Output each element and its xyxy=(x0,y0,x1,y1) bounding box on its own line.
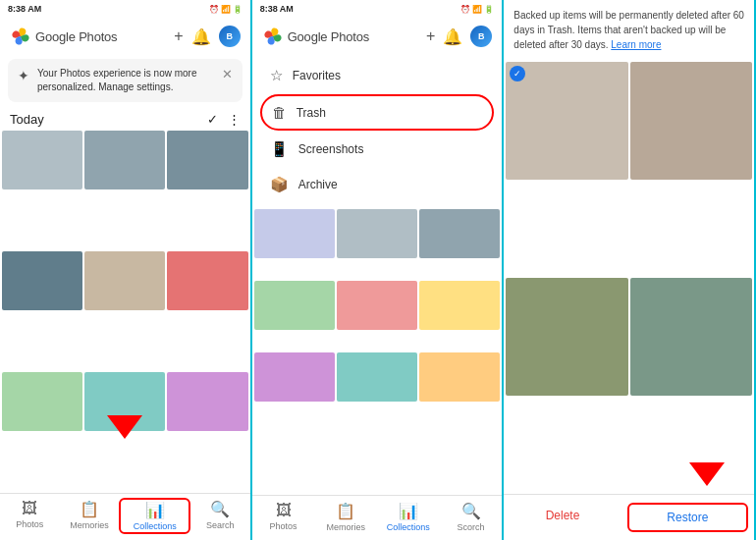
p2-grid-cell xyxy=(419,352,500,402)
collection-archive[interactable]: 📦 Archive xyxy=(260,168,495,201)
learn-more-link[interactable]: Learn more xyxy=(611,39,661,50)
photos-nav-label-1: Photos xyxy=(16,519,43,529)
battery-icon-2: 🔋 xyxy=(484,5,494,14)
sparkle-icon: ✦ xyxy=(18,68,29,83)
section-header-1: Today ✓ ⋮ xyxy=(0,106,250,129)
memories-nav-label-2: Memories xyxy=(326,522,365,532)
nav-search-1[interactable]: 🔍 Search xyxy=(190,498,250,534)
trash-photo-cell[interactable] xyxy=(506,278,627,396)
grid-cell[interactable] xyxy=(2,251,82,310)
banner-text-1: Your Photos experience is now more perso… xyxy=(37,67,214,94)
banner-close-1[interactable]: ✕ xyxy=(222,67,233,81)
trash-photo-cell[interactable] xyxy=(630,278,752,396)
bottom-actions-3: Delete Restore xyxy=(504,494,754,540)
nav-photos-1[interactable]: 🖼 Photos xyxy=(0,498,60,534)
arrow-down-icon-3 xyxy=(689,462,725,486)
delete-button[interactable]: Delete xyxy=(504,503,621,532)
bell-icon-1[interactable]: 🔔 xyxy=(191,27,211,46)
header-actions-1: + 🔔 B xyxy=(174,26,240,47)
pinwheel-icon xyxy=(10,26,31,47)
trash-photo-cell[interactable] xyxy=(630,62,752,180)
arrow-down-icon-1 xyxy=(107,415,142,439)
scorch-nav-label-2: Scorch xyxy=(458,522,485,532)
section-actions-1: ✓ ⋮ xyxy=(207,112,241,127)
battery-icon: 🔋 xyxy=(233,5,243,14)
info-text-3: Backed up items will be permanently dele… xyxy=(504,0,754,60)
trash-photo-cell[interactable]: ✓ xyxy=(506,62,627,180)
bell-icon-2[interactable]: 🔔 xyxy=(443,27,462,46)
p2-grid-cell xyxy=(419,423,500,472)
nav-photos-2[interactable]: 🖼 Photos xyxy=(252,500,315,534)
collections-nav-label-1: Collections xyxy=(134,521,177,531)
grid-cell[interactable] xyxy=(84,251,165,310)
status-icons-2: ⏰ 📶 🔋 xyxy=(460,5,494,14)
avatar-1[interactable]: B xyxy=(219,26,241,47)
arrow-indicator-3 xyxy=(689,462,725,486)
logo-2: Google Photos xyxy=(262,26,369,47)
panel2-photo-grid xyxy=(252,207,503,495)
grid-cell[interactable] xyxy=(84,131,165,189)
wifi-icon-2: 📶 xyxy=(472,5,482,14)
favorites-label: Favorites xyxy=(293,69,341,82)
panel-3: Backed up items will be permanently dele… xyxy=(504,0,756,540)
collection-favorites[interactable]: ☆ Favorites xyxy=(260,59,495,92)
archive-label: Archive xyxy=(298,178,338,191)
panel-1: 8:38 AM ⏰ 📶 🔋 Google Photos + 🔔 B ✦ Your… xyxy=(0,0,252,540)
grid-cell[interactable] xyxy=(167,372,247,431)
bottom-nav-2: 🖼 Photos 📋 Memories 📊 Collections 🔍 Scor… xyxy=(252,495,503,540)
memories-nav-icon-2: 📋 xyxy=(336,502,355,520)
arrow-indicator-1 xyxy=(107,415,142,439)
status-bar-1: 8:38 AM ⏰ 📶 🔋 xyxy=(0,0,250,18)
grid-cell[interactable] xyxy=(2,131,82,189)
grid-cell[interactable] xyxy=(2,372,82,431)
check-circle-icon[interactable]: ✓ xyxy=(207,112,218,127)
photos-nav-icon-2: 🖼 xyxy=(276,502,292,519)
p2-grid-cell xyxy=(337,209,417,258)
add-icon-1[interactable]: + xyxy=(174,27,183,45)
bottom-nav-1: 🖼 Photos 📋 Memories 📊 Collections 🔍 Sear… xyxy=(0,493,250,540)
alarm-icon-2: ⏰ xyxy=(460,5,470,14)
p2-grid-cell xyxy=(337,352,417,402)
p2-grid-cell xyxy=(254,281,335,330)
add-icon-2[interactable]: + xyxy=(426,27,435,45)
avatar-2[interactable]: B xyxy=(470,26,492,47)
app-header-1: Google Photos + 🔔 B xyxy=(0,18,250,55)
status-bar-2: 8:38 AM ⏰ 📶 🔋 xyxy=(252,0,503,18)
header-actions-2: + 🔔 B xyxy=(426,26,492,47)
collection-trash[interactable]: 🗑 Trash xyxy=(260,94,495,131)
more-options-icon[interactable]: ⋮ xyxy=(228,112,241,127)
favorites-icon: ☆ xyxy=(270,67,283,84)
archive-icon: 📦 xyxy=(270,176,289,193)
nav-collections-2[interactable]: 📊 Collections xyxy=(377,500,440,534)
collection-screenshots[interactable]: 📱 Screenshots xyxy=(260,133,495,166)
screenshots-icon: 📱 xyxy=(270,140,289,158)
logo-1: Google Photos xyxy=(10,26,117,47)
nav-scorch-2[interactable]: 🔍 Scorch xyxy=(440,500,503,534)
grid-cell[interactable] xyxy=(167,251,247,310)
p2-grid-cell xyxy=(419,281,500,330)
collections-nav-icon-2: 📊 xyxy=(399,502,418,520)
alarm-icon: ⏰ xyxy=(209,5,219,14)
memories-nav-icon-1: 📋 xyxy=(80,500,99,518)
p2-grid-cell xyxy=(254,209,335,258)
memories-nav-label-1: Memories xyxy=(70,520,109,530)
collections-nav-icon-1: 📊 xyxy=(145,501,165,519)
grid-cell[interactable] xyxy=(167,131,247,189)
p2-grid-cell xyxy=(254,423,335,472)
nav-memories-2[interactable]: 📋 Memories xyxy=(314,500,377,534)
nav-collections-1[interactable]: 📊 Collections xyxy=(119,498,190,534)
trash-photos-grid: ✓ xyxy=(504,60,754,494)
wifi-icon: 📶 xyxy=(221,5,231,14)
photo-grid-1 xyxy=(0,129,250,493)
pinwheel-icon-2 xyxy=(262,26,284,47)
restore-button[interactable]: Restore xyxy=(627,503,748,532)
check-badge: ✓ xyxy=(510,66,525,81)
scorch-nav-icon-2: 🔍 xyxy=(461,502,481,520)
search-nav-label-1: Search xyxy=(206,520,235,530)
app-title-2: Google Photos xyxy=(288,29,369,44)
app-title-1: Google Photos xyxy=(35,29,117,44)
nav-memories-1[interactable]: 📋 Memories xyxy=(60,498,120,534)
status-time-2: 8:38 AM xyxy=(260,4,294,14)
trash-icon: 🗑 xyxy=(272,104,287,121)
search-nav-icon-1: 🔍 xyxy=(210,500,230,518)
